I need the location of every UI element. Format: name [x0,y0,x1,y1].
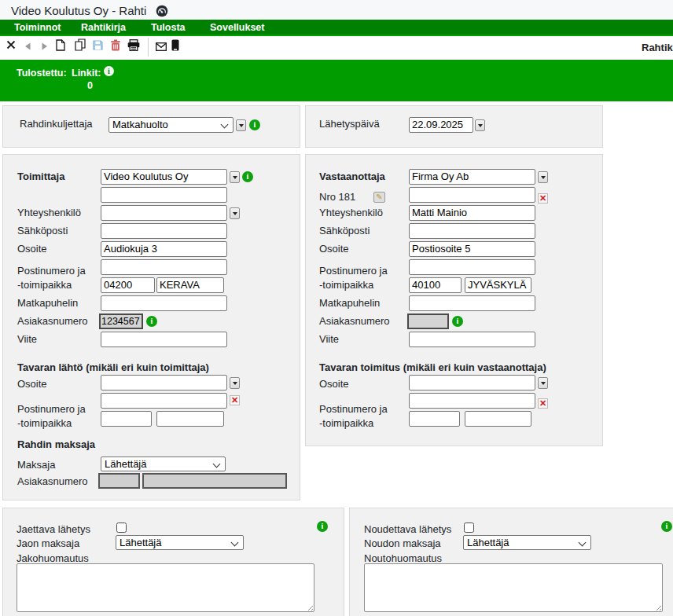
distribution-payer-select[interactable]: Lähettäjä [116,535,244,550]
destination-address-label: Osoite [319,378,349,390]
receiver-clear-icon[interactable]: ✕ [538,193,548,204]
phone-icon[interactable] [171,39,179,53]
new-document-icon[interactable] [56,39,65,53]
print-icon[interactable] [127,39,140,53]
supplier-mobile-label: Matkapuhelin [17,297,78,309]
destination-postal-label-1: Postinumero ja [319,403,388,415]
supplier-contact-input[interactable] [101,205,227,221]
origin-clear-icon[interactable]: ✕ [230,395,240,405]
freight-payer-title: Rahdin maksaja [17,438,95,450]
supplier-postal-city-input[interactable]: KERAVA [156,277,224,293]
origin-postal-city-input[interactable] [156,411,224,427]
carrier-select[interactable]: Matkahuolto [108,117,234,133]
supplier-contact-dropdown-button[interactable] [230,207,240,219]
distribution-checkbox[interactable] [116,522,127,533]
pickup-payer-select[interactable]: Lähettäjä [463,535,591,550]
freight-payer-select[interactable]: Lähettäjä [101,456,226,471]
menu-item-rahtikirja[interactable]: Rahtikirja [81,22,126,34]
destination-clear-icon[interactable]: ✕ [538,398,548,409]
receiver-customerno-label: Asiakasnumero [319,315,390,327]
nav-back-icon[interactable] [24,41,31,53]
supplier-customerno-label: Asiakasnumero [17,315,88,327]
save-icon[interactable] [93,40,103,53]
destination-postal-code-input[interactable] [409,411,460,427]
receiver-name2-input[interactable] [409,187,535,203]
origin-address-label: Osoite [17,378,47,390]
receiver-edit-icon[interactable]: ✎ [373,192,385,203]
page-title: Video Koulutus Oy - Rahti [11,4,146,17]
copy-icon[interactable] [75,38,86,53]
destination-postal-city-input[interactable] [465,411,531,427]
supplier-address-label: Osoite [17,243,47,255]
receiver-ref-label: Viite [319,333,339,345]
receiver-ref-input[interactable] [409,332,535,347]
menu-item-sovellukset[interactable]: Sovellukset [210,22,264,34]
menu-item-tulosta[interactable]: Tulosta [151,22,186,34]
destination-postal-label-2: -toimipaikka [319,417,373,429]
receiver-dropdown-button[interactable] [538,171,548,183]
supplier-address-input[interactable]: Audiokuja 3 [101,241,227,257]
receiver-name-input[interactable]: Firma Oy Ab [409,169,535,185]
receiver-email-input[interactable] [409,223,535,239]
supplier-name2-input[interactable] [101,187,227,203]
menu-item-toiminnot[interactable]: Toiminnot [14,22,61,34]
receiver-customerno-info-icon[interactable] [452,316,463,327]
shipdate-input[interactable]: 22.09.2025 [409,117,473,133]
freight-payer-customerno-input-2 [142,473,287,489]
destination-address-input[interactable] [409,375,535,390]
supplier-name-input[interactable]: Video Koulutus Oy [101,169,227,185]
receiver-postal-code-input[interactable]: 40100 [409,277,462,293]
pickup-note-textarea[interactable] [364,563,663,612]
pickup-checkbox[interactable] [464,522,474,533]
receiver-mobile-label: Matkapuhelin [319,297,380,309]
destination-address-dropdown-button[interactable] [538,377,548,389]
supplier-info-icon[interactable] [242,171,253,182]
receiver-postal-label-2: -toimipaikka [319,279,373,291]
origin-address2-input[interactable] [101,393,227,409]
origin-title: Tavaran lähtö (mikäli eri kuin toimittaj… [17,361,209,373]
destination-address2-input[interactable] [409,393,535,409]
close-icon[interactable] [6,40,16,52]
email-icon[interactable] [156,42,167,53]
receiver-title: Vastaanottaja [319,170,385,182]
toolbar-right-label: Rahtiki [642,42,673,53]
origin-address-input[interactable] [101,375,227,390]
receiver-address-input[interactable]: Postiosoite 5 [409,241,535,257]
receiver-mobile-input[interactable] [409,295,535,311]
supplier-dropdown-button[interactable] [230,171,240,183]
supplier-postal-code-input[interactable]: 04200 [101,277,155,293]
nav-forward-icon[interactable] [42,41,48,53]
pickup-note-label: Noutohuomautus [364,552,442,564]
origin-postal-code-input[interactable] [101,411,152,427]
receiver-customerno-input [407,314,449,329]
supplier-address2-input[interactable] [101,259,227,275]
freight-app: { "header": {"title": "Video Koulutus Oy… [0,0,673,616]
links-info-icon[interactable] [104,66,114,76]
delete-icon[interactable] [111,39,120,53]
pickup-payer-label: Noudon maksaja [364,537,441,549]
supplier-customerno-info-icon[interactable] [146,316,157,327]
receiver-postal-city-input[interactable]: JYVÄSKYLÄ [465,277,531,293]
supplier-ref-input[interactable] [101,332,227,347]
carrier-label: Rahdinkuljettaja [20,118,93,130]
receiver-contact-input[interactable]: Matti Mainio [409,205,535,221]
supplier-customerno-input: 1234567 [99,314,143,329]
supplier-mobile-input[interactable] [101,295,227,311]
receiver-address2-input[interactable] [409,259,535,275]
carrier-info-icon[interactable] [249,119,260,130]
distribution-payer-label: Jaon maksaja [17,537,79,549]
gauge-icon[interactable] [156,5,168,20]
pickup-info-icon[interactable] [661,521,672,532]
distribution-info-icon[interactable] [317,521,328,532]
freight-payer-customerno-input-1 [98,473,140,489]
origin-postal-label-2: -toimipaikka [17,417,72,429]
supplier-email-label: Sähköposti [17,225,68,236]
carrier-dropdown-button[interactable] [236,119,246,131]
origin-address-dropdown-button[interactable] [230,377,240,389]
links-label: Linkit: [72,68,101,79]
supplier-email-input[interactable] [101,223,227,239]
supplier-postal-label-2: -toimipaikka [17,279,72,291]
shipdate-dropdown-button[interactable] [475,119,485,131]
distribution-note-textarea[interactable] [17,563,314,612]
receiver-nro-label: Nro 181 [319,191,355,203]
